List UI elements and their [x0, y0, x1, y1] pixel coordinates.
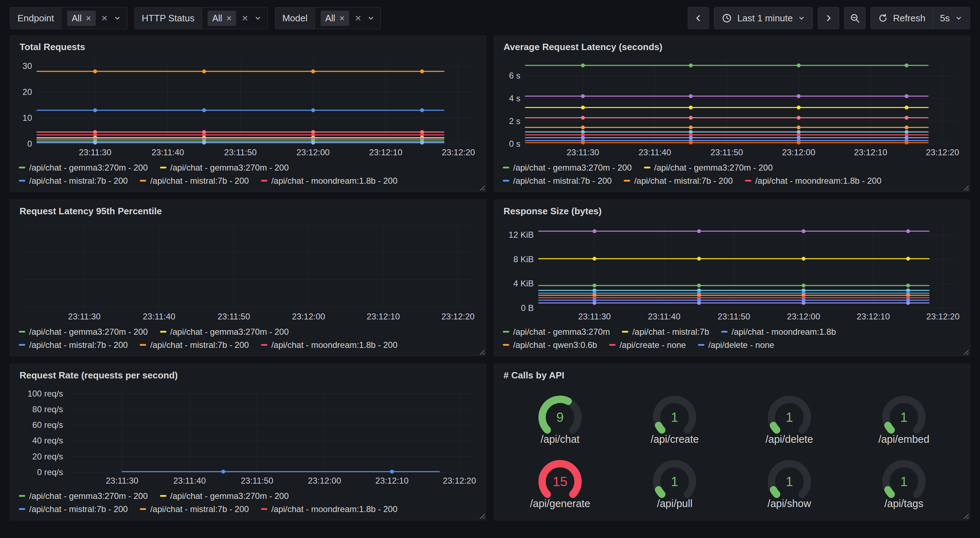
svg-text:40 req/s: 40 req/s [32, 436, 63, 445]
time-range-picker[interactable]: Last 1 minute [714, 7, 813, 29]
svg-text:23:11:40: 23:11:40 [151, 148, 184, 157]
filter-value-box[interactable]: All×× [202, 8, 267, 29]
gauge-api-create: 1/api/create [617, 387, 732, 451]
filter-chip[interactable]: All× [321, 11, 349, 26]
clear-filter-icon[interactable]: × [101, 13, 108, 24]
panel-title[interactable]: # Calls by API [504, 370, 961, 381]
svg-text:0 B: 0 B [521, 303, 534, 313]
remove-filter-value-icon[interactable]: × [226, 14, 232, 23]
svg-text:23:12:00: 23:12:00 [782, 148, 815, 157]
filter-value-box[interactable]: All×× [315, 8, 380, 29]
svg-text:23:12:20: 23:12:20 [926, 312, 959, 321]
legend-item[interactable]: /api/chat - mistral:7b - 200 [140, 340, 248, 350]
legend-item[interactable]: /api/chat - qwen3:0.6b [503, 340, 597, 350]
refresh-label: Refresh [893, 13, 925, 24]
remove-filter-value-icon[interactable]: × [340, 14, 345, 23]
legend-row: /api/chat - qwen3:0.6b/api/create - none… [503, 338, 961, 351]
svg-text:4 s: 4 s [509, 94, 520, 103]
chart-total-requests[interactable]: 23:11:3023:11:4023:11:5023:12:0023:12:10… [19, 56, 477, 158]
filter-chip[interactable]: All× [67, 11, 95, 26]
legend-item[interactable]: /api/chat - gemma3:270m - 200 [160, 327, 289, 337]
legend-item[interactable]: /api/chat - mistral:7b - 200 [624, 176, 732, 186]
legend-label: /api/chat - gemma3:270m - 200 [29, 163, 148, 173]
chevron-down-icon[interactable] [367, 14, 375, 22]
legend-item[interactable]: /api/chat - gemma3:270m - 200 [160, 491, 289, 501]
legend-item[interactable]: /api/chat - moondream:1.8b - 200 [261, 340, 398, 350]
legend-item[interactable]: /api/create - none [609, 340, 686, 350]
panel-resize-handle-icon[interactable] [962, 348, 969, 355]
chart-latency-p95[interactable]: 23:11:3023:11:4023:11:5023:12:0023:12:10… [19, 220, 477, 322]
refresh-interval-dropdown[interactable]: 5s [933, 8, 970, 29]
filter-value-box[interactable]: All×× [62, 8, 127, 29]
dashboard-toolbar: EndpointAll××HTTP StatusAll××ModelAll×× … [0, 0, 980, 35]
panel-resize-handle-icon[interactable] [962, 184, 969, 190]
svg-text:2 s: 2 s [509, 116, 520, 126]
time-back-button[interactable] [688, 7, 709, 29]
legend-row: /api/chat - mistral:7b - 200/api/chat - … [19, 174, 477, 187]
panel-resize-handle-icon[interactable] [962, 513, 969, 519]
series-color-icon [622, 331, 628, 333]
legend-item[interactable]: /api/chat - mistral:7b - 200 [503, 176, 612, 186]
time-forward-button[interactable] [818, 7, 839, 29]
series-color-icon [19, 167, 25, 168]
legend-item[interactable]: /api/chat - gemma3:270m - 200 [19, 327, 148, 337]
svg-text:10: 10 [22, 113, 32, 122]
filter-chip-label: All [325, 13, 335, 24]
legend-item[interactable]: /api/chat - moondream:1.8b - 200 [261, 176, 398, 186]
zoom-out-button[interactable] [844, 7, 865, 29]
chart-response-size[interactable]: 23:11:3023:11:4023:11:5023:12:0023:12:10… [503, 220, 961, 322]
legend-item[interactable]: /api/chat - moondream:1.8b - 200 [261, 504, 398, 514]
chevron-down-icon[interactable] [113, 14, 121, 22]
legend-item[interactable]: /api/chat - mistral:7b - 200 [19, 176, 128, 186]
legend-item[interactable]: /api/delete - none [698, 340, 774, 350]
clear-filter-icon[interactable]: × [355, 13, 361, 24]
panel-title[interactable]: Response Size (bytes) [504, 206, 961, 217]
legend-item[interactable]: /api/chat - gemma3:270m [503, 327, 610, 337]
legend-item[interactable]: /api/chat - moondream:1.8b - 200 [745, 176, 881, 186]
clear-filter-icon[interactable]: × [242, 13, 248, 24]
legend: /api/chat - gemma3:270m - 200/api/chat -… [19, 325, 477, 351]
panel-title[interactable]: Total Requests [19, 41, 477, 52]
series-color-icon [140, 180, 146, 182]
refresh-button[interactable]: Refresh [871, 8, 932, 29]
remove-filter-value-icon[interactable]: × [86, 14, 91, 23]
gauge-grid: 9/api/chat1/api/create1/api/delete1/api/… [503, 384, 961, 516]
panel-resize-handle-icon[interactable] [478, 184, 485, 190]
chart-avg-latency[interactable]: 23:11:3023:11:4023:11:5023:12:0023:12:10… [503, 56, 961, 158]
panel-title[interactable]: Request Rate (requests per second) [19, 370, 477, 381]
legend-item[interactable]: /api/chat - gemma3:270m - 200 [503, 163, 632, 173]
series-color-icon [503, 167, 509, 168]
series-color-icon [644, 167, 651, 168]
panel-response-size: Response Size (bytes)23:11:3023:11:4023:… [494, 200, 970, 356]
gauge-value: 1 [786, 410, 793, 425]
svg-text:23:11:30: 23:11:30 [79, 148, 111, 157]
gauge-value: 9 [557, 410, 564, 425]
legend-item[interactable]: /api/chat - mistral:7b - 200 [19, 504, 128, 514]
legend-item[interactable]: /api/chat - gemma3:270m - 200 [19, 491, 148, 501]
chevron-down-icon[interactable] [254, 14, 262, 22]
panel-resize-handle-icon[interactable] [478, 513, 485, 519]
legend-item[interactable]: /api/chat - mistral:7b - 200 [19, 340, 128, 350]
svg-text:12 KiB: 12 KiB [509, 230, 534, 240]
panel-title[interactable]: Average Request Latency (seconds) [504, 41, 961, 52]
series-color-icon [19, 331, 25, 333]
legend-item[interactable]: /api/chat - gemma3:270m - 200 [644, 163, 773, 173]
legend-row: /api/chat - gemma3:270m/api/chat - mistr… [503, 325, 961, 338]
legend-item[interactable]: /api/chat - mistral:7b [622, 327, 709, 337]
gauge-label: /api/tags [885, 498, 923, 509]
legend-item[interactable]: /api/chat - moondream:1.8b [721, 327, 836, 337]
panel-title[interactable]: Request Latency 95th Percentile [19, 206, 477, 217]
legend-label: /api/chat - moondream:1.8b - 200 [755, 176, 881, 186]
gauge-arc: 1 [648, 457, 701, 503]
legend-row: /api/chat - gemma3:270m - 200/api/chat -… [19, 325, 477, 338]
legend-item[interactable]: /api/chat - gemma3:270m - 200 [160, 163, 289, 173]
refresh-interval-label: 5s [940, 13, 950, 24]
gauge-api-show: 1/api/show [732, 451, 846, 516]
panel-resize-handle-icon[interactable] [478, 348, 485, 355]
legend-item[interactable]: /api/chat - mistral:7b - 200 [140, 176, 248, 186]
dashboard-grid: Total Requests23:11:3023:11:4023:11:5023… [0, 35, 980, 529]
legend-item[interactable]: /api/chat - mistral:7b - 200 [140, 504, 248, 514]
chart-request-rate[interactable]: 23:11:3023:11:4023:11:5023:12:0023:12:10… [19, 384, 477, 486]
legend-item[interactable]: /api/chat - gemma3:270m - 200 [19, 163, 148, 173]
filter-chip[interactable]: All× [208, 11, 236, 26]
